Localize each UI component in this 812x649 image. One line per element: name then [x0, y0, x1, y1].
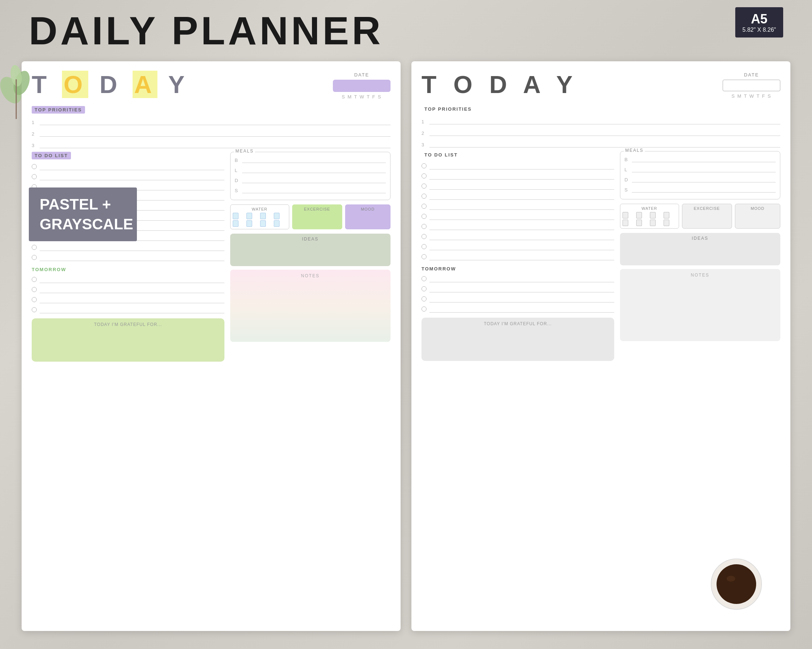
- grayscale-right-col: MEALS B L D S: [620, 151, 780, 361]
- todo-item-1: [32, 163, 224, 170]
- grayscale-wem-row: WATER EXCERCISE: [620, 204, 780, 229]
- grayscale-meals-box: MEALS B L D S: [620, 151, 780, 199]
- pastel-page: T O D A Y DATE S M T W T F S TOP PRIORIT…: [21, 61, 401, 631]
- meal-d: D: [235, 176, 386, 183]
- letter-y: Y: [168, 71, 189, 98]
- pastel-priorities-label: TOP PRIORITIES: [32, 106, 85, 113]
- gs-todo-2: [421, 172, 614, 179]
- grayscale-water-label: WATER: [623, 206, 676, 211]
- grayscale-water-cups: [623, 212, 676, 226]
- pastel-water-label: WATER: [233, 207, 287, 211]
- gs-tomorrow-4: [421, 305, 614, 312]
- coffee-cup-decoration: [700, 541, 791, 631]
- pages-container: T O D A Y DATE S M T W T F S TOP PRIORIT…: [21, 61, 791, 631]
- grayscale-exercise-label: EXCERCISE: [684, 206, 730, 211]
- gs-todo-6: [421, 213, 614, 220]
- pastel-notes-box: NOTES: [230, 270, 391, 342]
- grayscale-tomorrow-label: TOMORROW: [421, 266, 456, 271]
- grayscale-days-row: S M T W T F S: [732, 93, 772, 99]
- todo-item-2: [32, 173, 224, 180]
- pastel-mood-box: MOOD: [345, 204, 391, 229]
- pastel-grateful-label: TODAY I'M GRATEFUL FOR...: [35, 322, 221, 327]
- pastel-water-cups: [233, 213, 287, 227]
- pastel-grateful-box: TODAY I'M GRATEFUL FOR...: [32, 318, 224, 362]
- gs-todo-5: [421, 203, 614, 210]
- gs-priority-3: 3: [421, 139, 780, 147]
- grayscale-grateful-box: TODAY I'M GRATEFUL FOR...: [421, 318, 614, 361]
- grayscale-date-input[interactable]: [723, 80, 780, 91]
- grayscale-water-box: WATER: [620, 204, 679, 229]
- pastel-mood-label: MOOD: [348, 207, 388, 211]
- grayscale-date-label: DATE: [744, 72, 759, 78]
- pastel-date-label: DATE: [354, 72, 369, 78]
- letter-a: A: [133, 71, 157, 98]
- tomorrow-item-2: [32, 286, 224, 293]
- gs-meal-b: B: [625, 155, 775, 162]
- pastel-priorities-list: 1 2 3: [32, 117, 391, 148]
- grayscale-grateful-label: TODAY I'M GRATEFUL FOR...: [425, 321, 611, 326]
- pastel-water-box: WATER: [230, 204, 289, 229]
- todo-item-9: [32, 244, 224, 251]
- grayscale-notes-label: NOTES: [624, 272, 777, 278]
- grayscale-main-content: TO DO LIST TOMORROW: [421, 151, 780, 361]
- gs-todo-3: [421, 182, 614, 190]
- letter-d: D: [99, 71, 121, 98]
- gs-tomorrow-3: [421, 295, 614, 303]
- meal-l: L: [235, 166, 386, 173]
- gs-meal-l: L: [625, 165, 775, 172]
- pastel-grayscale-badge: PASTEL + GRAYSCALE: [29, 187, 137, 241]
- grayscale-mood-box: MOOD: [735, 204, 780, 229]
- todo-item-10: [32, 254, 224, 261]
- grayscale-today-title: T O D A Y: [421, 72, 577, 96]
- grayscale-page: T O D A Y DATE S M T W T F S TOP PRIORIT…: [411, 61, 791, 631]
- pastel-ideas-label: IDEAS: [233, 237, 388, 242]
- gs-tomorrow-1: [421, 275, 614, 282]
- gs-todo-4: [421, 193, 614, 200]
- gs-meal-s: S: [625, 185, 775, 193]
- grayscale-priorities-list: 1 2 3: [421, 116, 780, 147]
- priority-3: 3: [32, 140, 391, 148]
- grayscale-left-col: TO DO LIST TOMORROW: [421, 151, 614, 361]
- pastel-tomorrow-label: TOMORROW: [32, 267, 66, 272]
- meal-b: B: [235, 156, 386, 163]
- tomorrow-item-4: [32, 306, 224, 313]
- gs-todo-1: [421, 162, 614, 170]
- pastel-meals-box: MEALS B L D S: [230, 152, 391, 200]
- grayscale-meals-label: MEALS: [624, 148, 645, 153]
- grayscale-exercise-box: EXCERCISE: [682, 204, 732, 229]
- tomorrow-item-1: [32, 276, 224, 283]
- pastel-date-box: DATE S M T W T F S: [333, 72, 391, 99]
- pastel-todo-label: TO DO LIST: [32, 152, 71, 159]
- priority-1: 1: [32, 117, 391, 125]
- grayscale-date-box: DATE S M T W T F S: [723, 72, 780, 99]
- promo-line1: PASTEL +: [40, 195, 126, 214]
- pastel-wem-row: WATER EXCERCISE: [230, 204, 391, 229]
- coffee-svg: [700, 541, 772, 613]
- main-title: DAILY PLANNER: [29, 11, 383, 51]
- pastel-main-content: TO DO LIST TOMORROW: [32, 152, 391, 362]
- gs-todo-9: [421, 243, 614, 250]
- gs-todo-8: [421, 233, 614, 240]
- pastel-exercise-box: EXCERCISE: [292, 204, 342, 229]
- gs-todo-7: [421, 223, 614, 230]
- svg-point-6: [727, 576, 735, 582]
- promo-line2: GRAYSCALE: [40, 214, 126, 234]
- meal-s: S: [235, 186, 386, 193]
- priority-2: 2: [32, 129, 391, 137]
- pastel-date-input[interactable]: [333, 80, 391, 92]
- pastel-ideas-box: IDEAS: [230, 234, 391, 266]
- pastel-exercise-label: EXCERCISE: [295, 207, 340, 211]
- grayscale-ideas-box: IDEAS: [620, 233, 780, 265]
- grayscale-today-header: T O D A Y DATE S M T W T F S: [421, 72, 780, 99]
- letter-o: O: [62, 71, 88, 98]
- title-area: DAILY PLANNER: [29, 11, 783, 51]
- plant-decoration: [0, 47, 36, 119]
- grayscale-ideas-label: IDEAS: [623, 236, 777, 241]
- pastel-left-col: TO DO LIST TOMORROW: [32, 152, 224, 362]
- gs-meal-d: D: [625, 175, 775, 182]
- gs-priority-2: 2: [421, 128, 780, 136]
- pastel-meals-label: MEALS: [234, 148, 255, 154]
- gs-priority-1: 1: [421, 116, 780, 124]
- grayscale-todo-label: TO DO LIST: [421, 151, 461, 159]
- pastel-days-row: S M T W T F S: [342, 94, 382, 99]
